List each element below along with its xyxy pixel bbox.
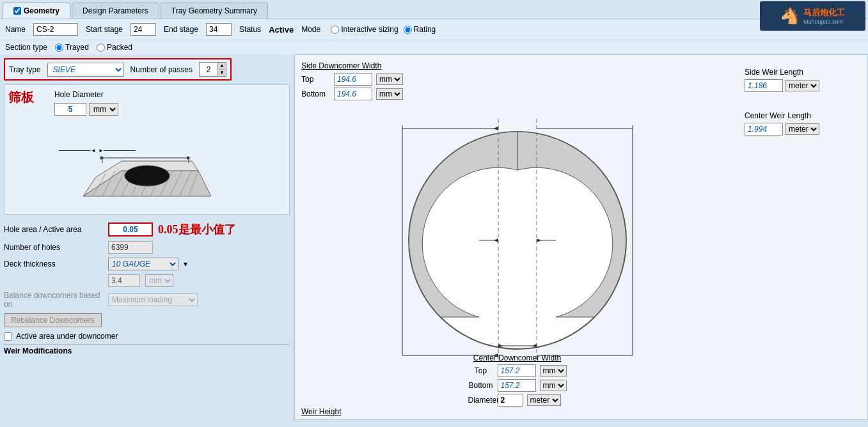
active-area-row: Active area under downcomer [4, 330, 290, 343]
main-container: 🐴 马后炮化工 Mahoupao.com Geometry Design Par… [0, 0, 868, 427]
balance-row: Balance downcomers based on Maximum load… [4, 289, 290, 311]
mode-label: Mode [301, 25, 320, 34]
deck-thickness-select[interactable]: 10 GAUGE [108, 258, 178, 270]
tab-geometry-label: Geometry [24, 6, 59, 15]
center-bottom-input[interactable] [498, 379, 536, 392]
center-weir-row: meter [745, 123, 862, 136]
packed-radio[interactable] [97, 43, 105, 52]
tab-design-label: Design Parameters [83, 6, 148, 15]
tab-bar: Geometry Design Parameters Tray Geometry… [0, 0, 868, 19]
start-stage-input[interactable] [130, 23, 156, 36]
dimension-arrow: ◄ ► [59, 146, 136, 155]
passes-arrows: ▲ ▼ [217, 63, 226, 76]
balance-select: Maximum loading [108, 293, 198, 306]
end-stage-input[interactable] [206, 23, 232, 36]
diameter-unit[interactable]: meter [527, 394, 561, 406]
name-input[interactable] [33, 23, 78, 36]
weir-mods-label: Weir Modifications [4, 346, 72, 355]
center-weir-title: Center Weir Length [745, 111, 862, 120]
svg-marker-24 [493, 127, 498, 130]
logo-icon: 🐴 [780, 7, 800, 25]
main-diagram-svg [396, 119, 639, 375]
packed-label[interactable]: Packed [97, 43, 132, 52]
right-panel: Side Downcomer Width Top mm Bottom mm [294, 54, 868, 420]
center-downcomer-section: Center Downcomer Width Top mm Bottom mm [468, 353, 567, 407]
side-bottom-row: Bottom mm [301, 88, 403, 100]
tab-geometry[interactable]: Geometry [3, 3, 70, 19]
hole-area-input[interactable] [108, 222, 153, 237]
active-area-checkbox[interactable] [4, 332, 12, 341]
hole-diameter-input[interactable] [54, 103, 86, 116]
side-top-row: Top mm [301, 73, 403, 86]
sieve-panel: 筛板 Hole Diameter mm ◄ [4, 84, 290, 215]
trayed-label[interactable]: Trayed [55, 43, 89, 52]
balance-label: Balance downcomers based on [4, 291, 103, 309]
side-bottom-input[interactable] [334, 88, 372, 100]
side-weir-unit[interactable]: meter [785, 80, 819, 91]
center-top-unit[interactable]: mm [540, 365, 567, 377]
hole-diameter-input-row: mm [10, 103, 284, 116]
header-row: Name Start stage End stage Status Active… [0, 19, 868, 40]
center-bottom-unit[interactable]: mm [540, 380, 567, 391]
status-label: Status [239, 25, 261, 34]
tray-type-select[interactable]: SIEVE [47, 63, 124, 77]
passes-down-btn[interactable]: ▼ [218, 69, 226, 76]
mode-interactive-radio[interactable] [331, 26, 339, 34]
hole-area-row: Hole area / Active area 0.05是最小值了 [4, 220, 290, 239]
diameter-input[interactable] [498, 394, 523, 407]
logo-en-text: Mahoupao.com [803, 19, 845, 25]
passes-input[interactable] [200, 65, 217, 74]
passes-up-btn[interactable]: ▲ [218, 63, 226, 69]
circle-diagram-area: Side Downcomer Width Top mm Bottom mm [295, 55, 739, 419]
side-bottom-label: Bottom [301, 89, 330, 98]
center-bottom-label: Bottom [468, 381, 494, 390]
hole-diameter-row: Hole Diameter [10, 90, 284, 99]
passes-spinner: ▲ ▼ [199, 62, 226, 77]
diameter-label: Diameter [468, 396, 494, 405]
sieve-illustration: ◄ ► [10, 120, 284, 209]
center-weir-input[interactable] [745, 123, 783, 136]
tab-tray-summary[interactable]: Tray Geometry Summary [161, 3, 268, 19]
form-fields: Hole area / Active area 0.05是最小值了 Number… [4, 219, 290, 357]
deck-mm-unit: mm [145, 274, 173, 287]
mode-rating-label[interactable]: Rating [404, 25, 436, 34]
side-weir-row: meter [745, 79, 862, 92]
side-bottom-unit[interactable]: mm [376, 88, 403, 100]
side-downcomer-section: Side Downcomer Width Top mm Bottom mm [301, 61, 403, 100]
tab-design-parameters[interactable]: Design Parameters [72, 3, 159, 19]
side-top-input[interactable] [334, 73, 372, 86]
side-top-unit[interactable]: mm [376, 74, 403, 85]
logo: 🐴 马后炮化工 Mahoupao.com [760, 1, 865, 31]
weir-height-section: Weir Height [301, 407, 341, 416]
center-weir-group: Center Weir Length meter [745, 111, 862, 136]
center-weir-unit[interactable]: meter [785, 123, 819, 135]
side-weir-input[interactable] [745, 79, 783, 92]
mode-interactive-label[interactable]: Interactive sizing [331, 25, 398, 34]
tab-tray-label: Tray Geometry Summary [171, 6, 257, 15]
geometry-checkbox[interactable] [13, 7, 21, 15]
hole-diameter-unit[interactable]: mm [89, 103, 118, 116]
deck-thickness-arrow: ▾ [184, 260, 187, 268]
deck-mm-input [108, 274, 140, 287]
status-value: Active [269, 25, 294, 35]
passes-label: Number of passes [130, 65, 193, 74]
center-bottom-row: Bottom mm [468, 379, 567, 392]
center-top-input[interactable] [498, 364, 536, 377]
deck-thickness-label: Deck thickness [4, 260, 103, 268]
num-holes-row: Number of holes [4, 239, 290, 256]
rebalance-btn[interactable]: Rebalance Downcomers [4, 313, 102, 327]
num-holes-label: Number of holes [4, 243, 103, 252]
mode-rating-radio[interactable] [404, 26, 412, 34]
name-label: Name [5, 25, 26, 34]
side-weir-group: Side Weir Length meter [745, 68, 862, 92]
section-type-row: Section type Trayed Packed [0, 40, 868, 54]
section-type-label: Section type [5, 43, 47, 52]
logo-text-area: 马后炮化工 Mahoupao.com [803, 7, 845, 25]
trayed-radio[interactable] [55, 43, 63, 52]
side-top-label: Top [301, 75, 330, 84]
deck-thickness-row: Deck thickness 10 GAUGE ▾ [4, 256, 290, 272]
active-area-label: Active area under downcomer [16, 332, 118, 341]
weir-mods-section: Weir Modifications [4, 344, 290, 355]
tray-type-row: Tray type SIEVE Number of passes ▲ ▼ [4, 58, 232, 81]
mode-group: Interactive sizing Rating [331, 25, 436, 34]
